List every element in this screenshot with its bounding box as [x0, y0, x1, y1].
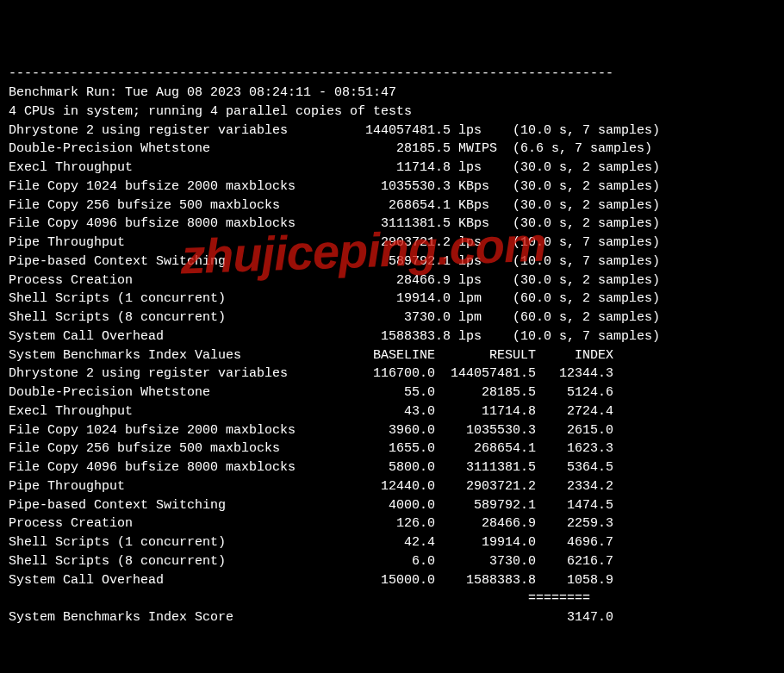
terminal-line: Pipe Throughput 12440.0 2903721.2 2334.2 [9, 477, 775, 496]
terminal-line: File Copy 256 bufsize 500 maxblocks 1655… [9, 439, 775, 458]
terminal-line: Dhrystone 2 using register variables 116… [9, 365, 775, 383]
terminal-line: Shell Scripts (8 concurrent) 6.0 3730.0 … [9, 552, 775, 571]
terminal-line: System Call Overhead 15000.0 1588383.8 1… [9, 571, 775, 590]
terminal-line: ----------------------------------------… [9, 65, 775, 84]
terminal-line: Pipe Throughput 2903721.2 lps (10.0 s, 7… [9, 234, 775, 252]
terminal-line: File Copy 256 bufsize 500 maxblocks 2686… [9, 196, 775, 215]
terminal-line: Shell Scripts (1 concurrent) 19914.0 lpm… [9, 290, 775, 308]
terminal-line: File Copy 1024 bufsize 2000 maxblocks 39… [9, 421, 775, 440]
terminal-line: Pipe-based Context Switching 4000.0 5897… [9, 496, 775, 515]
terminal-line: File Copy 4096 bufsize 8000 maxblocks 58… [9, 458, 775, 477]
terminal-line: Dhrystone 2 using register variables 144… [9, 122, 775, 140]
terminal-line: Double-Precision Whetstone 28185.5 MWIPS… [9, 140, 775, 159]
terminal-output: ----------------------------------------… [9, 65, 775, 627]
terminal-line: Double-Precision Whetstone 55.0 28185.5 … [9, 383, 775, 402]
terminal-line: System Call Overhead 1588383.8 lps (10.0… [9, 327, 775, 346]
terminal-line: Shell Scripts (8 concurrent) 3730.0 lpm … [9, 308, 775, 327]
terminal-line: System Benchmarks Index Score 3147.0 [9, 608, 775, 627]
terminal-line: Execl Throughput 11714.8 lps (30.0 s, 2 … [9, 159, 775, 178]
terminal-line: Process Creation 126.0 28466.9 2259.3 [9, 514, 775, 533]
terminal-line: File Copy 4096 bufsize 8000 maxblocks 31… [9, 215, 775, 234]
terminal-line: 4 CPUs in system; running 4 parallel cop… [9, 103, 775, 122]
terminal-line: Shell Scripts (1 concurrent) 42.4 19914.… [9, 533, 775, 552]
terminal-line: System Benchmarks Index Values BASELINE … [9, 346, 775, 365]
terminal-line: File Copy 1024 bufsize 2000 maxblocks 10… [9, 178, 775, 196]
terminal-line: Benchmark Run: Tue Aug 08 2023 08:24:11 … [9, 84, 775, 103]
terminal-line: Execl Throughput 43.0 11714.8 2724.4 [9, 402, 775, 421]
terminal-line: ======== [9, 589, 775, 608]
terminal-line: Process Creation 28466.9 lps (30.0 s, 2 … [9, 271, 775, 290]
terminal-line: Pipe-based Context Switching 589792.1 lp… [9, 252, 775, 271]
